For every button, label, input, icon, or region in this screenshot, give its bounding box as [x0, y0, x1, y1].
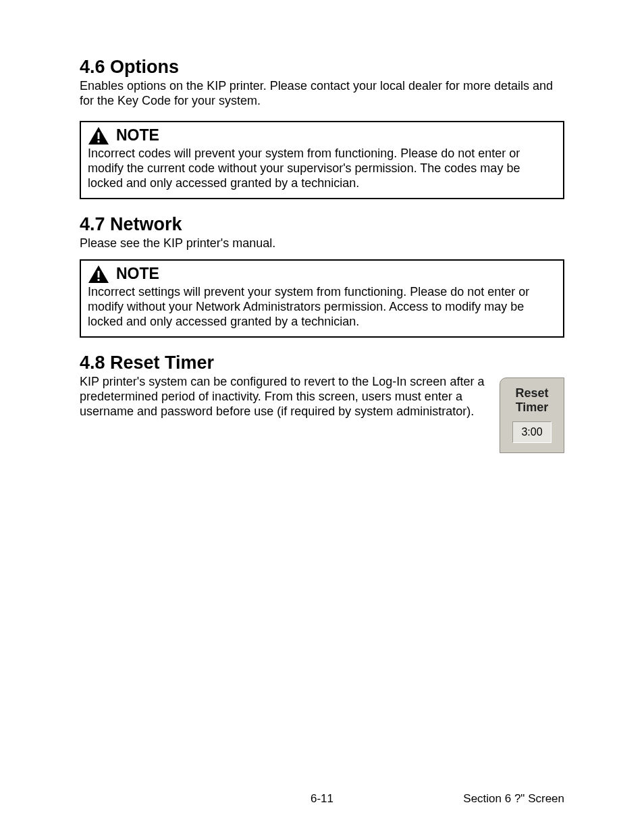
svg-rect-1 — [98, 132, 100, 139]
heading-network: 4.7 Network — [80, 214, 564, 235]
note-box-2: NOTE Incorrect settings will prevent you… — [80, 259, 564, 338]
heading-reset: 4.8 Reset Timer — [80, 353, 564, 373]
footer-page-number: 6-11 — [311, 792, 333, 806]
note-header-1: NOTE — [88, 126, 556, 145]
note-title-2: NOTE — [116, 265, 159, 283]
svg-rect-5 — [98, 279, 100, 281]
reset-row: KIP printer's system can be configured t… — [80, 375, 564, 453]
note-box-1: NOTE Incorrect codes will prevent your s… — [80, 121, 564, 199]
note-title-1: NOTE — [116, 126, 159, 145]
svg-rect-2 — [98, 140, 100, 142]
reset-timer-panel-title: Reset Timer — [508, 386, 556, 415]
note-body-2: Incorrect settings will prevent your sys… — [88, 285, 556, 330]
reset-text-column: KIP printer's system can be configured t… — [80, 375, 487, 419]
footer-section-label: Section 6 ?" Screen — [463, 792, 564, 806]
document-page: 4.6 Options Enables options on the KIP p… — [0, 0, 644, 834]
body-options: Enables options on the KIP printer. Plea… — [80, 79, 564, 109]
reset-timer-value[interactable]: 3:00 — [512, 421, 552, 443]
warning-icon — [88, 265, 109, 284]
body-network: Please see the KIP printer's manual. — [80, 236, 564, 251]
note-body-1: Incorrect codes will prevent your system… — [88, 147, 556, 191]
reset-timer-panel: Reset Timer 3:00 — [500, 377, 564, 453]
body-reset: KIP printer's system can be configured t… — [80, 375, 487, 419]
note-header-2: NOTE — [88, 265, 556, 284]
svg-rect-4 — [98, 271, 100, 278]
heading-options: 4.6 Options — [80, 57, 564, 78]
warning-icon — [88, 126, 109, 145]
